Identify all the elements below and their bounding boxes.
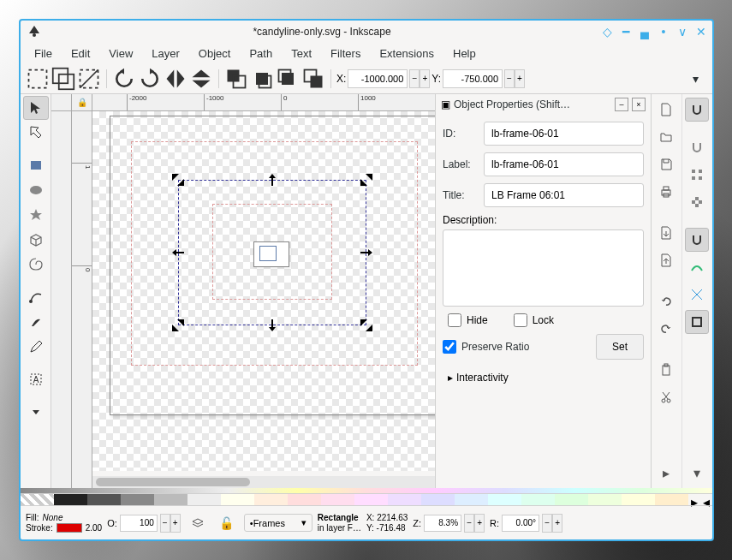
star-tool[interactable] (23, 203, 49, 227)
layers-icon[interactable] (186, 511, 210, 535)
zoom-dec[interactable]: − (464, 514, 474, 533)
label-input[interactable] (484, 152, 644, 176)
set-button[interactable]: Set (596, 334, 644, 360)
id-input[interactable] (484, 122, 644, 146)
window-maximize-button[interactable]: ∨ (676, 26, 688, 38)
rot-dec[interactable]: − (542, 514, 552, 533)
toolbar-overflow-button[interactable]: ▾ (683, 67, 707, 91)
menu-view[interactable]: View (100, 44, 141, 63)
handle-n[interactable] (266, 174, 278, 186)
x-decrement[interactable]: − (409, 69, 420, 88)
raise-button[interactable] (250, 67, 274, 91)
menu-help[interactable]: Help (444, 44, 485, 63)
flip-h-button[interactable] (164, 67, 187, 91)
flip-v-button[interactable] (189, 67, 213, 91)
menu-file[interactable]: File (26, 44, 61, 63)
layer-dropdown-icon[interactable]: ▾ (301, 517, 306, 528)
menu-text[interactable]: Text (283, 44, 320, 63)
export-button[interactable] (654, 248, 678, 272)
snap-toggle-button[interactable] (685, 98, 709, 122)
description-input[interactable] (443, 229, 644, 307)
rotation-input[interactable] (502, 515, 539, 532)
rotate-cw-button[interactable] (138, 67, 162, 91)
zoom-inc[interactable]: + (474, 514, 485, 533)
rectangle-tool[interactable] (23, 153, 49, 177)
pencil-tool[interactable] (23, 335, 49, 359)
redo-button[interactable] (654, 317, 678, 341)
menu-layer[interactable]: Layer (143, 44, 188, 63)
x-input[interactable] (348, 69, 408, 88)
snap-bbox-button[interactable] (685, 135, 709, 159)
node-tool[interactable] (23, 121, 49, 145)
rotate-ccw-button[interactable] (112, 67, 136, 91)
dock-overflow-right[interactable]: ▸ (654, 461, 678, 485)
undo-button[interactable] (654, 289, 678, 313)
zoom-input[interactable] (424, 515, 461, 532)
handle-sw[interactable] (172, 319, 184, 331)
window-shade-button[interactable]: ▄ (639, 26, 651, 38)
text-tool[interactable]: A (23, 367, 49, 391)
open-button[interactable] (654, 125, 678, 149)
select-all-button[interactable] (26, 67, 50, 91)
dock-overflow-down[interactable]: ▾ (685, 461, 709, 485)
new-document-button[interactable] (654, 98, 678, 122)
handle-s[interactable] (266, 319, 278, 331)
window-minimize-button[interactable]: ━ (620, 26, 632, 38)
y-increment[interactable]: + (515, 69, 525, 88)
snap-page-button[interactable] (685, 310, 709, 334)
selector-tool[interactable] (23, 96, 49, 120)
bezier-tool[interactable] (23, 285, 49, 309)
deselect-button[interactable] (77, 67, 101, 91)
menu-edit[interactable]: Edit (62, 44, 98, 63)
lock-guides-icon[interactable]: 🔒 (71, 94, 92, 110)
opacity-inc[interactable]: + (170, 514, 181, 533)
hide-checkbox[interactable] (448, 313, 461, 327)
stroke-swatch[interactable] (57, 523, 82, 533)
palette-menu-button[interactable]: ◂ (700, 494, 712, 505)
interactivity-expander[interactable]: ▸ Interactivity (443, 366, 644, 389)
spiral-tool[interactable] (23, 253, 49, 277)
panel-close-button[interactable]: × (632, 98, 646, 111)
raise-top-button[interactable] (224, 67, 248, 91)
scrollbar-horizontal[interactable] (92, 476, 435, 488)
window-keep-above-button[interactable]: ◇ (601, 26, 613, 38)
lock-checkbox[interactable] (514, 313, 527, 327)
snap-path-button[interactable] (685, 255, 709, 279)
current-layer[interactable]: •Frames (250, 518, 285, 528)
y-decrement[interactable]: − (504, 69, 515, 88)
handle-nw[interactable] (172, 174, 184, 186)
snap-bbox-edges-button[interactable] (685, 190, 709, 214)
menu-object[interactable]: Object (190, 44, 240, 63)
cut-button[interactable] (654, 385, 678, 409)
window-dot-button[interactable]: • (658, 26, 670, 38)
opacity-input[interactable] (120, 515, 158, 532)
menu-filters[interactable]: Filters (322, 44, 369, 63)
handle-se[interactable] (360, 319, 372, 331)
lower-button[interactable] (276, 67, 300, 91)
handle-e[interactable] (360, 247, 372, 259)
import-button[interactable] (654, 221, 678, 245)
clipboard-button[interactable] (654, 358, 678, 382)
ruler-horizontal[interactable]: -2000 -1000 0 1000 2000 (92, 94, 435, 111)
snap-nodes-button[interactable] (685, 228, 709, 252)
layer-lock-icon[interactable]: 🔓 (215, 511, 239, 535)
y-input[interactable] (443, 69, 503, 88)
window-close-button[interactable]: ✕ (695, 26, 707, 38)
menu-path[interactable]: Path (241, 44, 281, 63)
x-increment[interactable]: + (420, 69, 430, 88)
box-3d-tool[interactable] (23, 228, 49, 252)
ellipse-tool[interactable] (23, 178, 49, 202)
save-button[interactable] (654, 152, 678, 176)
select-all-layers-button[interactable] (51, 67, 75, 91)
snap-intersection-button[interactable] (685, 283, 709, 307)
color-palette[interactable]: ▸ ◂ (21, 493, 712, 505)
more-tools-button[interactable] (23, 400, 49, 424)
canvas[interactable] (92, 111, 435, 471)
ruler-vertical[interactable]: 1 0 (72, 111, 92, 488)
panel-minimize-button[interactable]: – (615, 98, 628, 111)
lower-bottom-button[interactable] (301, 67, 325, 91)
preserve-ratio-checkbox[interactable] (443, 340, 456, 354)
stroke-width[interactable]: 2.00 (86, 523, 102, 533)
fill-value[interactable]: None (43, 513, 63, 522)
print-button[interactable] (654, 180, 678, 204)
